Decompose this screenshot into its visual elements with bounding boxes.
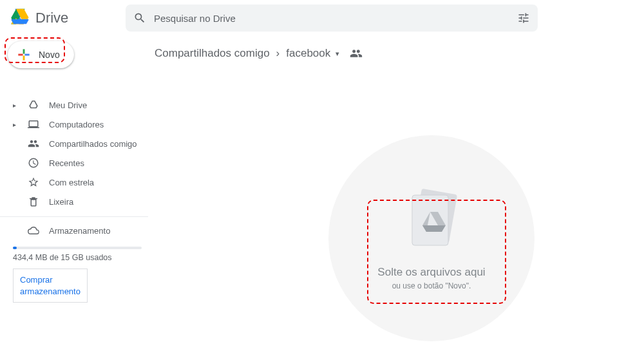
sidebar-item-mydrive[interactable]: ▸ Meu Drive — [0, 95, 148, 115]
sidebar-item-trash[interactable]: Lixeira — [0, 192, 148, 211]
drop-files-illustration — [393, 186, 470, 257]
buy-line2: armazenamento — [20, 287, 80, 296]
star-icon — [27, 176, 40, 188]
new-button[interactable]: Novo — [8, 41, 74, 68]
clock-icon — [27, 157, 40, 169]
chevron-right-icon: › — [276, 47, 280, 60]
logo-block[interactable]: Drive — [10, 8, 119, 28]
search-icon — [133, 12, 146, 24]
sidebar-item-label: Compartilhados comigo — [49, 139, 137, 149]
breadcrumb-parent[interactable]: Compartilhados comigo — [155, 47, 270, 60]
divider — [0, 216, 148, 217]
breadcrumb: Compartilhados comigo › facebook ▾ — [148, 41, 644, 66]
drop-zone-title: Solte os arquivos aqui — [377, 266, 485, 279]
storage-bar — [13, 247, 142, 249]
search-bar[interactable] — [126, 5, 538, 32]
buy-storage-button[interactable]: Comprar armazenamento — [13, 269, 88, 303]
chevron-right-icon: ▸ — [13, 121, 18, 128]
svg-marker-10 — [422, 225, 446, 232]
people-icon[interactable] — [350, 47, 363, 60]
plus-icon — [15, 46, 32, 63]
chevron-down-icon[interactable]: ▾ — [336, 50, 339, 58]
sidebar-item-label: Com estrela — [49, 178, 94, 187]
product-name: Drive — [35, 10, 68, 26]
sidebar: Novo ▸ Meu Drive ▸ Computadores — [0, 36, 148, 349]
breadcrumb-current[interactable]: facebook — [286, 47, 330, 60]
drop-zone-subtitle: ou use o botão "Novo". — [392, 281, 471, 290]
svg-rect-7 — [412, 195, 448, 245]
sidebar-item-storage[interactable]: Armazenamento — [0, 221, 148, 240]
computer-icon — [27, 118, 40, 130]
sidebar-item-recent[interactable]: Recentes — [0, 153, 148, 173]
app-header: Drive — [0, 0, 644, 36]
drive-logo-icon — [10, 8, 30, 28]
drop-zone[interactable]: Solte os arquivos aqui ou use o botão "N… — [328, 135, 535, 341]
search-options-icon[interactable] — [517, 12, 530, 24]
sidebar-item-label: Lixeira — [49, 197, 73, 207]
chevron-right-icon: ▸ — [13, 102, 18, 109]
nav-list: ▸ Meu Drive ▸ Computadores Compartilhado… — [0, 95, 148, 303]
svg-marker-5 — [12, 19, 28, 24]
sidebar-item-label: Computadores — [49, 120, 104, 129]
new-button-label: Novo — [39, 50, 60, 60]
storage-text: 434,4 MB de 15 GB usados — [13, 253, 148, 262]
sidebar-item-label: Meu Drive — [49, 100, 87, 110]
cloud-icon — [27, 225, 40, 236]
buy-line1: Comprar — [20, 275, 53, 285]
sidebar-item-computers[interactable]: ▸ Computadores — [0, 115, 148, 134]
search-input[interactable] — [154, 13, 509, 24]
sidebar-item-label: Recentes — [49, 158, 84, 168]
sidebar-item-label: Armazenamento — [49, 226, 110, 236]
sidebar-item-shared[interactable]: Compartilhados comigo — [0, 134, 148, 153]
sidebar-item-starred[interactable]: Com estrela — [0, 173, 148, 192]
trash-icon — [27, 196, 40, 207]
shared-icon — [27, 138, 40, 149]
drive-icon — [27, 99, 40, 111]
